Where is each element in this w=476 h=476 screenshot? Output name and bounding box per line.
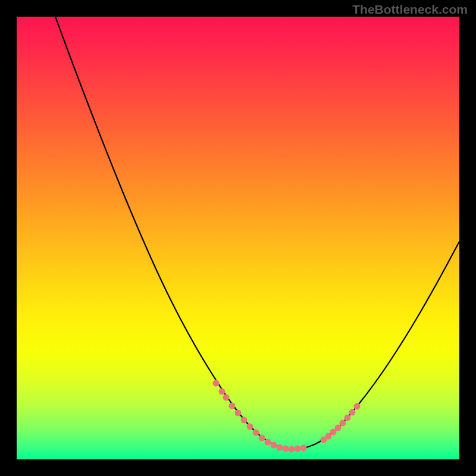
highlight-dot	[345, 415, 351, 421]
highlight-dot	[271, 442, 277, 449]
highlight-dot	[229, 403, 236, 409]
highlight-dots	[213, 380, 361, 453]
highlight-dot	[340, 420, 346, 427]
highlight-dot	[253, 430, 259, 436]
chart-svg	[17, 17, 459, 459]
watermark-text: TheBottleneck.com	[352, 2, 468, 17]
highlight-dot	[219, 389, 226, 395]
highlight-dot	[247, 424, 253, 430]
highlight-dot	[289, 446, 295, 453]
highlight-dot	[283, 446, 289, 452]
highlight-dot	[335, 425, 342, 431]
bottleneck-curve	[55, 17, 459, 449]
highlight-dot	[259, 435, 265, 441]
plot-area	[17, 17, 459, 459]
highlight-dot	[241, 417, 248, 424]
highlight-dot	[349, 409, 356, 416]
highlight-dot	[235, 410, 242, 416]
highlight-dot	[354, 403, 361, 410]
highlight-dot	[295, 446, 301, 452]
highlight-dot	[213, 380, 220, 387]
highlight-dot	[223, 394, 230, 401]
highlight-dot	[277, 444, 283, 451]
highlight-dot	[265, 439, 271, 446]
highlight-dot	[300, 445, 307, 452]
